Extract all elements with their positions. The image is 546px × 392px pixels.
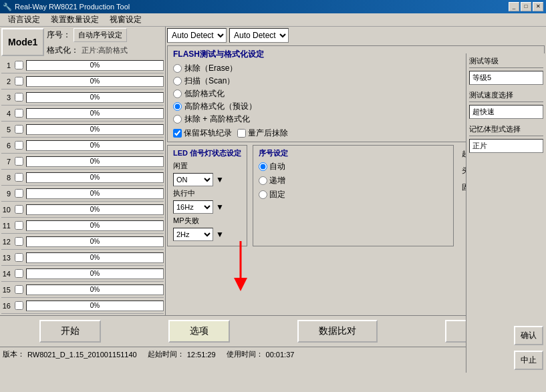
progress-row-13: 13 0%: [1, 250, 164, 266]
progress-bar-8: 0%: [26, 172, 164, 183]
led-failed-control-row: 2Hz 1Hz 4Hz ▼: [173, 228, 241, 241]
led-section: LED 信号灯状态设定 闲置 ON OFF ▼ 执行中 16Hz: [167, 145, 247, 246]
options-button[interactable]: 选项: [168, 320, 230, 343]
radio-low-format-label: 低阶格式化: [184, 88, 225, 100]
arrow-svg: [221, 241, 261, 295]
progress-bar-4: 0%: [26, 108, 164, 119]
progress-bar-16: 0%: [26, 301, 164, 311]
row-5-checkbox[interactable]: [15, 125, 23, 134]
menu-device-count[interactable]: 装置数量设定: [45, 13, 104, 27]
row-13-checkbox[interactable]: [15, 253, 23, 262]
bulk-erase-checkbox[interactable]: [237, 129, 246, 138]
title-bar-text: Real-Way RW8021 Production Tool: [15, 3, 130, 11]
serial-auto-radio[interactable]: [259, 162, 267, 171]
progress-bar-9: 0%: [26, 188, 164, 199]
led-idle-control-row: ON OFF ▼: [173, 173, 241, 186]
serial-auto-label: 自动: [259, 161, 285, 172]
version-label: 版本：: [3, 349, 25, 359]
status-bar: 版本： RW8021_D_1.15_201001151140 起始时间： 12:…: [0, 347, 546, 361]
led-failed-dropdown-icon: ▼: [216, 230, 224, 239]
serial-auto-button[interactable]: 自动序号设定: [74, 28, 127, 42]
start-button[interactable]: 开始: [39, 320, 101, 343]
led-idle-select[interactable]: ON OFF: [173, 173, 213, 186]
menu-language[interactable]: 语言设定: [3, 13, 45, 27]
auto-detect-dropdown-2[interactable]: Auto Detect: [229, 28, 289, 43]
row-1-checkbox[interactable]: [15, 61, 23, 69]
title-bar-icon: 🔧: [3, 3, 12, 11]
serial-fixed-radio[interactable]: [259, 190, 267, 199]
confirm-button[interactable]: 确认: [514, 326, 543, 345]
bottom-buttons-bar: 开始 选项 数据比对 关闭: [0, 315, 546, 347]
led-failed-label-row: MP失败: [173, 216, 241, 226]
start-time-section: 起始时间： 12:51:29: [148, 349, 216, 359]
menu-window[interactable]: 视窗设定: [104, 13, 147, 27]
serial-increment-radio[interactable]: [259, 176, 267, 185]
radio-erase-label: 抹除（Erase）: [184, 63, 237, 74]
progress-bar-3: 0%: [26, 92, 164, 103]
row-16-checkbox[interactable]: [15, 301, 23, 310]
row-14-checkbox[interactable]: [15, 269, 23, 278]
abort-button[interactable]: 中止: [514, 351, 543, 370]
progress-bar-6: 0%: [26, 140, 164, 151]
minimize-button[interactable]: _: [509, 2, 519, 11]
radio-high-format-input[interactable]: [173, 102, 182, 111]
maximize-button[interactable]: □: [521, 2, 531, 11]
row-3-checkbox[interactable]: [15, 93, 23, 102]
row-6-checkbox[interactable]: [15, 141, 23, 150]
usage-time-value: 00:01:37: [266, 351, 295, 359]
bulk-erase-label: 量产后抹除: [237, 128, 288, 139]
progress-row-12: 12 0%: [1, 234, 164, 250]
row-11-checkbox[interactable]: [15, 221, 23, 230]
preserve-bad-records-checkbox[interactable]: [173, 129, 182, 138]
progress-bar-5: 0%: [26, 124, 164, 135]
progress-bar-11: 0%: [26, 220, 164, 231]
progress-row-15: 15 0%: [1, 282, 164, 298]
progress-bar-7: 0%: [26, 156, 164, 167]
led-failed-select[interactable]: 2Hz 1Hz 4Hz: [173, 228, 213, 241]
radio-scan-label: 扫描（Scan）: [184, 75, 235, 87]
radio-erase-input[interactable]: [173, 64, 182, 73]
row-2-checkbox[interactable]: [15, 77, 23, 85]
menu-bar: 语言设定 装置数量设定 视窗设定: [0, 13, 546, 27]
progress-row-2: 2 0%: [1, 73, 164, 89]
serial-number-section: 序号设定 自动 递增 固定: [253, 145, 454, 246]
close-button[interactable]: ✕: [533, 2, 543, 11]
progress-bar-2: 0%: [26, 76, 164, 87]
radio-erase-plus-input[interactable]: [173, 115, 182, 124]
abort-btn-container: 中止: [469, 351, 543, 370]
led-running-select[interactable]: 16Hz 8Hz 4Hz: [173, 200, 213, 214]
radio-erase-plus-label: 抹除 + 高阶格式化: [184, 114, 250, 125]
test-speed-label: 测试速度选择: [469, 90, 543, 102]
row-7-checkbox[interactable]: [15, 157, 23, 166]
progress-row-10: 10 0%: [1, 202, 164, 218]
progress-row-8: 8 0%: [1, 170, 164, 186]
progress-row-1: 1 0%: [1, 57, 164, 73]
format-label: 格式化：: [47, 45, 79, 56]
start-time-label: 起始时间：: [148, 349, 184, 359]
led-running-label-row: 执行中: [173, 188, 241, 198]
progress-bar-14: 0%: [26, 268, 164, 279]
serial-increment-label: 递增: [259, 175, 285, 186]
mem-type-label: 记忆体型式选择: [469, 124, 543, 136]
serial-num-section-title: 序号设定: [259, 148, 448, 158]
serial-increment-row: 递增: [259, 175, 448, 186]
row-10-checkbox[interactable]: [15, 205, 23, 214]
row-15-checkbox[interactable]: [15, 285, 23, 294]
radio-scan-input[interactable]: [173, 77, 182, 85]
auto-detect-dropdown-1[interactable]: Auto Detect: [167, 28, 227, 43]
led-idle-row: 闲置: [173, 161, 241, 171]
serial-fixed-label: 固定: [259, 189, 285, 200]
data-compare-button[interactable]: 数据比对: [297, 320, 378, 343]
test-level-value: 等级5: [469, 71, 543, 85]
led-running-label: 执行中: [173, 188, 197, 198]
row-8-checkbox[interactable]: [15, 173, 23, 182]
row-12-checkbox[interactable]: [15, 237, 23, 246]
progress-row-3: 3 0%: [1, 89, 164, 106]
row-4-checkbox[interactable]: [15, 109, 23, 118]
mode-button[interactable]: Mode1: [1, 28, 44, 56]
radio-low-format-input[interactable]: [173, 89, 182, 98]
led-running-control-row: 16Hz 8Hz 4Hz ▼: [173, 200, 241, 214]
confirm-btn-container: 确认: [469, 326, 543, 345]
row-9-checkbox[interactable]: [15, 189, 23, 198]
left-panel: Mode1 序号： 自动序号设定 格式化： 正片:高阶格式 1 0%: [0, 27, 166, 315]
